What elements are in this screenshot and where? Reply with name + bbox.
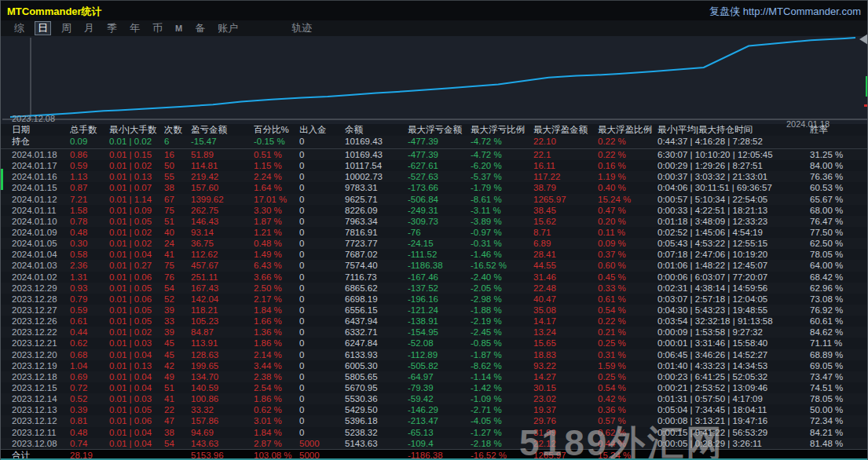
cell-1: 0.87 (70, 182, 109, 193)
cell-0: 2024.01.10 (12, 216, 70, 227)
table-row[interactable]: 2023.12.200.680.01 | 0.0445128.632.14 %0… (1, 349, 868, 360)
table-row[interactable]: 2024.01.050.300.01 | 0.022436.750.48 %07… (1, 238, 868, 249)
cell-6: 0 (299, 272, 345, 283)
menu-item-账户[interactable]: 账户 (215, 22, 240, 35)
table-row[interactable]: 2024.01.127.210.01 | 1.14671399.6217.01 … (1, 194, 868, 205)
cell-12: 0:44:37 | 4:16:28 | 7:28:52 (657, 136, 810, 148)
menu-item-综[interactable]: 综 (12, 22, 27, 35)
cell-12: 0:03:54 | 32:32:18 | 91:13:58 (657, 316, 810, 327)
table-row[interactable]: 2023.12.270.590.01 | 0.0539118.211.84 %0… (1, 305, 868, 316)
cell-12: 0:00:21 | 2:53:52 | 13:09:46 (657, 382, 810, 393)
cell-11: 1.59 % (598, 360, 657, 371)
table-row[interactable]: 2024.01.111.580.01 | 0.0975262.753.30 %0… (1, 205, 868, 216)
table-row[interactable]: 2023.12.220.440.01 | 0.023984.871.36 %06… (1, 327, 868, 338)
menu-item-月[interactable]: 月 (82, 22, 97, 35)
cell-header-12: 最小|平均|最大持仓时间 (657, 124, 810, 136)
cell-5: 2.24 % (254, 171, 299, 182)
cell-2: 0.01 | 0.13 (109, 360, 164, 371)
menu-item-年[interactable]: 年 (127, 22, 142, 35)
cell-3: 54 (164, 283, 191, 294)
cell-4: 114.81 (191, 160, 254, 171)
table-row[interactable]: 2023.12.140.520.01 | 0.0341100.861.86 %0… (1, 393, 868, 404)
cell-8: -138.91 (408, 316, 471, 327)
cell-3: 41 (164, 249, 191, 260)
cell-13: 81.48 % (810, 438, 868, 449)
menu-item-币[interactable]: 币 (150, 22, 165, 35)
menu-item-周[interactable]: 周 (59, 22, 74, 35)
cell-8: -167.46 (408, 272, 471, 283)
table-row[interactable]: 2023.12.260.610.01 | 0.0533105.231.66 %0… (1, 316, 868, 327)
cell-2: 0.01 | 0.02 (109, 136, 164, 148)
cell-0: 2024.01.05 (12, 238, 70, 249)
table-row[interactable]: 2024.01.090.480.01 | 0.024093.141.21 %07… (1, 227, 868, 238)
cell-8: -112.89 (408, 349, 471, 360)
table-row[interactable]: 2023.12.080.740.01 | 0.0454143.632.87 %5… (1, 438, 868, 449)
stats-table: 日期总手数最小|大手数次数盈亏金额百分比%出入金余额最大浮亏金额最大浮亏比例最大… (1, 124, 868, 460)
table-row[interactable]: 2024.01.161.130.01 | 0.1355219.422.24 %0… (1, 171, 868, 182)
table-row[interactable]: 2023.12.180.690.01 | 0.0449134.702.38 %0… (1, 371, 868, 382)
cell-8: -59.42 (408, 393, 471, 404)
cell-5: 0.51 % (254, 149, 299, 160)
cell-5: 2.17 % (254, 294, 299, 305)
table-row[interactable]: 2023.12.120.810.01 | 0.0647157.863.01 %0… (1, 415, 868, 426)
table-row[interactable]: 2023.12.150.720.01 | 0.0451140.592.54 %0… (1, 382, 868, 393)
cell-5: 1.86 % (254, 338, 299, 349)
cell-6: 0 (299, 305, 345, 316)
cell-13: 60.61 % (810, 316, 868, 327)
cell-11: 0.54 % (598, 305, 657, 316)
table-row[interactable]: 2024.01.032.360.01 | 0.2775457.676.43 %0… (1, 260, 868, 271)
cell-3: 6 (164, 136, 191, 148)
cell-0: 2023.12.26 (12, 316, 70, 327)
cell-3: 38 (164, 427, 191, 438)
table-row[interactable]: 2024.01.170.590.01 | 0.0250114.811.15 %0… (1, 160, 868, 171)
table-row[interactable]: 2023.12.191.040.01 | 0.1342199.653.44 %0… (1, 360, 868, 371)
cell-8: -154.95 (408, 327, 471, 338)
menu-item-日[interactable]: 日 (35, 21, 51, 35)
cell-7: 7723.77 (345, 238, 408, 249)
cell-9: -2.05 % (471, 283, 533, 294)
cell-0: 2023.12.08 (12, 438, 70, 449)
cell-0: 2023.12.18 (12, 371, 70, 382)
table-row[interactable]: 2024.01.100.780.01 | 0.0551146.431.87 %0… (1, 216, 868, 227)
cell-8: -24.15 (408, 238, 471, 249)
cell-11: 0.61 % (598, 294, 657, 305)
menu-item-轨迹[interactable]: 轨迹 (289, 22, 314, 35)
table-row[interactable]: 2023.12.210.620.01 | 0.0345113.911.86 %0… (1, 338, 868, 349)
brand-link[interactable]: 复盘侠 http://MTCommander.com (709, 5, 861, 19)
cell-1: 0.62 (70, 338, 109, 349)
table-row[interactable]: 2024.01.021.310.01 | 0.0676251.113.66 %0… (1, 272, 868, 283)
cell-3: 67 (164, 194, 191, 205)
cell-4: 93.14 (191, 227, 254, 238)
cell-3: 41 (164, 393, 191, 404)
cell-3: 55 (164, 171, 191, 182)
table-row[interactable]: 2023.12.280.790.01 | 0.0652142.042.17 %0… (1, 294, 868, 305)
menu-item-M[interactable]: M (173, 22, 185, 35)
cell-2: 0.01 | 0.05 (109, 316, 164, 327)
cell-7: 5238.32 (345, 427, 408, 438)
cell-13: 84.21 % (810, 427, 868, 438)
cell-6: 0 (299, 349, 345, 360)
cell-6: 5000 (299, 438, 345, 449)
menu-item-季[interactable]: 季 (104, 22, 119, 35)
table-row[interactable]: 2023.12.130.390.01 | 0.052233.320.62 %05… (1, 404, 868, 415)
table-row[interactable]: 2023.12.110.480.01 | 0.043894.691.84 %05… (1, 427, 868, 438)
table-row[interactable]: 2024.01.150.870.01 | 0.0738157.601.64 %0… (1, 182, 868, 193)
cell-11: 0.16 % (598, 160, 657, 171)
cell-8: -111.52 (408, 249, 471, 260)
cell-2: 0.01 | 0.03 (109, 338, 164, 349)
table-row[interactable]: 2023.12.290.930.01 | 0.0554167.432.50 %0… (1, 283, 868, 294)
cell-13: 72.34 % (810, 415, 868, 426)
menu-item-备[interactable]: 备 (192, 22, 207, 35)
cell-12: 0:00:01 | 3:31:46 | 15:58:40 (657, 338, 810, 349)
cell-11: 0.11 % (598, 227, 657, 238)
cell-7: 5396.18 (345, 415, 408, 426)
chart-scroll-arrow-icon[interactable] (859, 34, 868, 45)
cell-0: 2024.01.12 (12, 194, 70, 205)
cell-3: 33 (164, 316, 191, 327)
cell-9: -1.46 % (471, 249, 533, 260)
table-row[interactable]: 2024.01.180.860.01 | 0.151651.890.51 %01… (1, 149, 868, 160)
cell-0: 2024.01.18 (12, 149, 70, 160)
table-row[interactable]: 2024.01.040.580.01 | 0.0441112.621.49 %0… (1, 249, 868, 260)
cell-13: 71.11 % (810, 338, 868, 349)
cell-8: -146.29 (408, 404, 471, 415)
